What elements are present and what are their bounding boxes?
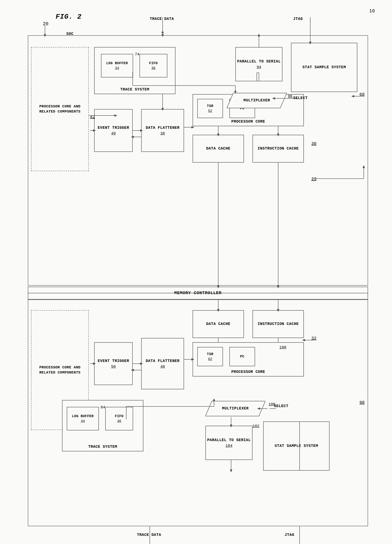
top-data-cache-box: DATA CACHE xyxy=(193,135,244,163)
top-select-label: SELECT xyxy=(293,96,308,100)
top-log-buffer-ref: 34 xyxy=(115,66,119,70)
bottom-instruction-cache-label: INSTRUCTION CACHE xyxy=(258,321,299,326)
bottom-parallel-to-serial-label: PARALLEL TO SERIAL xyxy=(207,438,250,443)
bottom-select-ref: 106 xyxy=(268,402,275,407)
bottom-parallel-to-serial-ref: 104 xyxy=(226,444,232,448)
bottom-pc-label: PC xyxy=(240,355,244,359)
top-trace-system-label: TRACE SYSTEM xyxy=(120,87,149,92)
top-parallel-to-serial-ref: 94 xyxy=(256,65,261,69)
bottom-fifo-ref2: 84 xyxy=(101,405,105,409)
bottom-fifo-label: FIFO xyxy=(115,414,124,419)
bottom-tsr-label: TSR xyxy=(207,352,213,357)
top-data-flattener-ref: 38 xyxy=(160,131,165,136)
ref-42: 42 xyxy=(90,114,95,119)
bottom-data-flattener-ref: 48 xyxy=(160,365,165,369)
bottom-select-label: SELECT xyxy=(274,404,288,408)
top-parallel-to-serial-label: PARALLEL TO SERIAL xyxy=(237,59,280,64)
top-multiplexer: MULTIPLEXER xyxy=(227,92,287,109)
bottom-pc-box: PC xyxy=(229,347,255,366)
bottom-trace-system-box: TRACE SYSTEM LOG BUFFER 44 FIFO 46 84 xyxy=(62,400,143,451)
svg-marker-74 xyxy=(161,31,164,33)
ref-30: 30 xyxy=(311,141,316,146)
top-event-trigger-label: EVENT TRIGGER xyxy=(98,125,129,130)
top-fifo-ref: 36 xyxy=(151,66,155,70)
bottom-pc-ref: 100 xyxy=(279,345,286,349)
bottom-data-cache-label: DATA CACHE xyxy=(206,321,230,326)
bottom-processor-core-box: PROCESSOR CORE TSR 62 PC 100 xyxy=(193,342,304,377)
top-event-trigger-box: EVENT TRIGGER 40 xyxy=(94,109,133,152)
bottom-instruction-cache-box: INSTRUCTION CACHE xyxy=(252,310,304,338)
top-select-ref: 96 xyxy=(288,94,292,98)
bottom-multiplexer: MULTIPLEXER xyxy=(205,400,265,417)
bottom-event-trigger-box: EVENT TRIGGER 50 xyxy=(94,342,133,385)
bottom-tsr-ref: 62 xyxy=(208,357,212,361)
memory-controller-box: MEMORY CONTROLLER xyxy=(28,287,368,300)
ref-23: 23 xyxy=(311,177,316,181)
jtag-top-label: JTAG xyxy=(293,17,303,21)
top-fifo-ref2: 74 xyxy=(135,52,140,56)
top-event-trigger-ref: 40 xyxy=(111,131,116,136)
diagram-ref: 10 xyxy=(369,9,375,14)
bottom-trace-system-label: TRACE SYSTEM xyxy=(88,444,117,449)
bottom-data-cache-box: DATA CACHE xyxy=(193,310,244,338)
ref-32: 32 xyxy=(311,336,316,341)
bottom-processor-core-label: PROCESSOR CORE xyxy=(231,369,265,374)
trace-data-bottom-label: TRACE DATA xyxy=(137,533,161,537)
bottom-log-buffer-box: LOG BUFFER 44 xyxy=(67,407,99,430)
top-tsr-ref: 52 xyxy=(208,109,212,113)
top-log-buffer-label: LOG BUFFER xyxy=(106,61,128,66)
top-proc-core-box: PROCESSOR CORE AND RELATED COMPONENTS xyxy=(31,47,89,171)
bottom-data-flattener-label: DATA FLATTENER xyxy=(146,359,179,363)
bottom-log-buffer-ref: 44 xyxy=(81,419,85,423)
top-tsr-box: TSR 52 xyxy=(197,99,223,118)
top-data-flattener-label: DATA FLATTENER xyxy=(146,125,179,130)
bottom-event-trigger-ref: 50 xyxy=(111,365,116,369)
bottom-tsr-box: TSR 62 xyxy=(197,347,223,366)
top-fifo-box: FIFO 36 xyxy=(140,54,167,77)
bottom-proc-core-label: PROCESSOR CORE AND RELATED COMPONENTS xyxy=(31,363,88,377)
top-tsr-label: TSR xyxy=(207,104,213,108)
bottom-stat-sample-label: STAT SAMPLE SYSTEM xyxy=(274,443,318,448)
top-stat-sample-box: STAT SAMPLE SYSTEM xyxy=(291,43,357,92)
bottom-event-trigger-label: EVENT TRIGGER xyxy=(98,359,129,363)
fig-ref: 20 xyxy=(43,21,48,27)
bottom-multiplexer-label: MULTIPLEXER xyxy=(222,406,249,411)
top-proc-core-label: PROCESSOR CORE AND RELATED COMPONENTS xyxy=(31,102,88,116)
bottom-fifo-box: FIFO 46 xyxy=(105,407,133,430)
top-data-cache-label: DATA CACHE xyxy=(206,146,230,151)
top-multiplexer-label: MULTIPLEXER xyxy=(244,98,270,103)
top-instruction-cache-box: INSTRUCTION CACHE xyxy=(252,135,304,163)
top-parallel-to-serial-box: PARALLEL TO SERIAL 94 xyxy=(235,47,282,81)
jtag-bottom-label: JTAG xyxy=(285,533,294,537)
ref-68: 68 xyxy=(359,92,365,97)
bottom-fifo-ref: 46 xyxy=(117,419,121,423)
bottom-data-flattener-box: DATA FLATTENER 48 xyxy=(141,338,184,389)
top-processor-core-label: PROCESSOR CORE xyxy=(231,119,265,124)
top-fifo-label: FIFO xyxy=(149,61,158,66)
bottom-stat-sample-box: STAT SAMPLE SYSTEM xyxy=(263,421,330,471)
bottom-log-buffer-label: LOG BUFFER xyxy=(72,414,94,419)
top-log-buffer-box: LOG BUFFER 34 xyxy=(101,54,133,77)
bottom-mux-ref: 102 xyxy=(252,424,259,428)
figure-title: FIG. 2 xyxy=(56,13,82,21)
top-data-flattener-box: DATA FLATTENER 38 xyxy=(141,109,184,152)
top-trace-system-box: TRACE SYSTEM LOG BUFFER 34 FIFO 36 74 xyxy=(94,47,175,94)
top-instruction-cache-label: INSTRUCTION CACHE xyxy=(258,146,299,151)
memory-controller-label: MEMORY CONTROLLER xyxy=(174,290,221,296)
top-stat-sample-label: STAT SAMPLE SYSTEM xyxy=(302,65,346,70)
ref-98: 98 xyxy=(359,400,365,405)
bottom-parallel-to-serial-box: PARALLEL TO SERIAL 104 xyxy=(205,426,252,460)
trace-data-top-label: TRACE DATA xyxy=(150,17,174,21)
